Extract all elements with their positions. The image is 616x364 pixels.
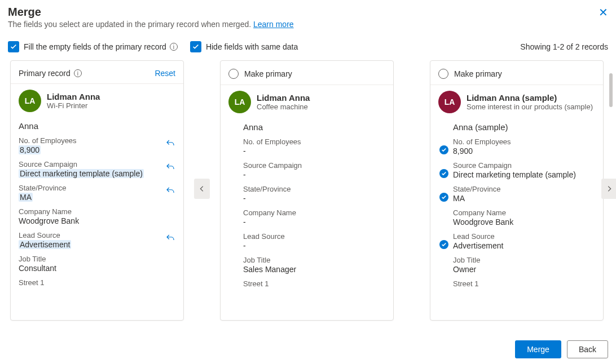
field-value: - <box>243 147 385 156</box>
field-value[interactable]: Direct marketing template (sample) <box>453 170 595 179</box>
selected-icon <box>439 145 448 154</box>
avatar: LA <box>19 90 41 112</box>
field-value[interactable]: Advertisement <box>453 241 595 250</box>
field-value[interactable]: Woodgrove Bank <box>453 217 595 227</box>
field-label: State/Province <box>243 185 385 193</box>
display-name: Anna <box>243 122 385 132</box>
field-value: MA <box>19 193 33 202</box>
selected-icon <box>439 193 448 202</box>
close-button[interactable]: ✕ <box>596 5 610 20</box>
field-label: Source Campaign <box>453 161 595 170</box>
page-subtitle: The fields you select are updated in the… <box>8 20 608 29</box>
field-value[interactable]: MA <box>453 194 595 203</box>
field-label: Lead Source <box>19 231 175 239</box>
undo-icon[interactable] <box>165 233 175 245</box>
primary-record-label: Primary record <box>19 69 71 78</box>
reset-link[interactable]: Reset <box>155 69 175 78</box>
info-icon[interactable]: i <box>170 43 178 51</box>
field-value: - <box>243 241 385 250</box>
prev-record-button[interactable] <box>194 179 210 199</box>
field-label: Street 1 <box>19 278 175 287</box>
field-label: State/Province <box>453 185 595 193</box>
field-value: Sales Manager <box>243 265 385 274</box>
field-label: Job Title <box>243 256 385 264</box>
record-subtitle: Coffee machine <box>257 103 310 111</box>
field-label: No. of Employees <box>243 137 385 146</box>
undo-icon[interactable] <box>165 162 175 174</box>
make-primary-label: Make primary <box>244 69 292 78</box>
field-value: 8,900 <box>19 145 41 154</box>
subtitle-text: The fields you select are updated in the… <box>8 20 253 29</box>
record-subtitle: Some interest in our products (sample) <box>467 103 593 111</box>
field-value: - <box>243 194 385 203</box>
avatar: LA <box>228 91 251 113</box>
showing-count: Showing 1-2 of 2 records <box>520 42 608 51</box>
field-label: Source Campaign <box>19 160 175 168</box>
record-name: Lidman Anna (sample) <box>467 93 593 103</box>
field-label: Lead Source <box>453 232 595 241</box>
field-label: No. of Employees <box>453 137 595 146</box>
field-label: Company Name <box>243 208 385 217</box>
field-label: Street 1 <box>243 279 385 288</box>
selected-icon <box>439 240 448 249</box>
field-label: Job Title <box>19 255 175 263</box>
field-label: Lead Source <box>243 232 385 241</box>
learn-more-link[interactable]: Learn more <box>253 20 294 29</box>
field-label: Source Campaign <box>243 161 385 170</box>
field-value[interactable]: Owner <box>453 265 595 274</box>
field-label: Company Name <box>19 207 175 216</box>
field-label: State/Province <box>19 184 175 192</box>
field-value[interactable]: 8,900 <box>453 147 595 156</box>
make-primary-label: Make primary <box>454 69 502 78</box>
field-label: Company Name <box>453 208 595 217</box>
display-name: Anna (sample) <box>453 122 595 132</box>
hide-same-label: Hide fields with same data <box>206 42 298 51</box>
make-primary-radio[interactable] <box>438 69 448 79</box>
page-title: Merge <box>8 6 608 19</box>
display-name: Anna <box>19 121 175 131</box>
next-record-button[interactable] <box>601 179 616 199</box>
field-value: - <box>243 170 385 179</box>
record-name: Lidman Anna <box>47 92 100 101</box>
record-name: Lidman Anna <box>257 93 310 103</box>
field-value: Advertisement <box>19 240 71 249</box>
fill-empty-checkbox[interactable]: Fill the empty fields of the primary rec… <box>8 41 178 52</box>
field-value: Direct marketing template (sample) <box>19 169 144 178</box>
field-label: Job Title <box>453 256 595 264</box>
record-subtitle: Wi-Fi Printer <box>47 101 100 110</box>
undo-icon[interactable] <box>165 186 175 198</box>
record-card-primary: Primary record i Reset LA Lidman Anna Wi… <box>10 60 184 321</box>
undo-icon[interactable] <box>165 139 175 150</box>
record-card: Make primary LA Lidman Anna Coffee machi… <box>220 60 394 321</box>
fill-empty-label: Fill the empty fields of the primary rec… <box>24 42 166 51</box>
selected-icon <box>439 169 448 178</box>
field-value: - <box>243 217 385 227</box>
scrollbar-thumb[interactable] <box>609 73 613 107</box>
checkmark-icon <box>8 41 19 52</box>
field-label: Street 1 <box>453 279 595 288</box>
avatar: LA <box>438 91 461 113</box>
field-value: Consultant <box>19 264 175 273</box>
record-card: Make primary LA Lidman Anna (sample) Som… <box>430 60 604 321</box>
back-button[interactable]: Back <box>567 340 608 358</box>
merge-button[interactable]: Merge <box>515 340 561 358</box>
field-label: No. of Employees <box>19 136 175 145</box>
hide-same-checkbox[interactable]: Hide fields with same data <box>190 41 298 52</box>
make-primary-radio[interactable] <box>228 69 239 79</box>
checkmark-icon <box>190 41 201 52</box>
info-icon[interactable]: i <box>74 69 82 77</box>
field-value: Woodgrove Bank <box>19 216 175 225</box>
